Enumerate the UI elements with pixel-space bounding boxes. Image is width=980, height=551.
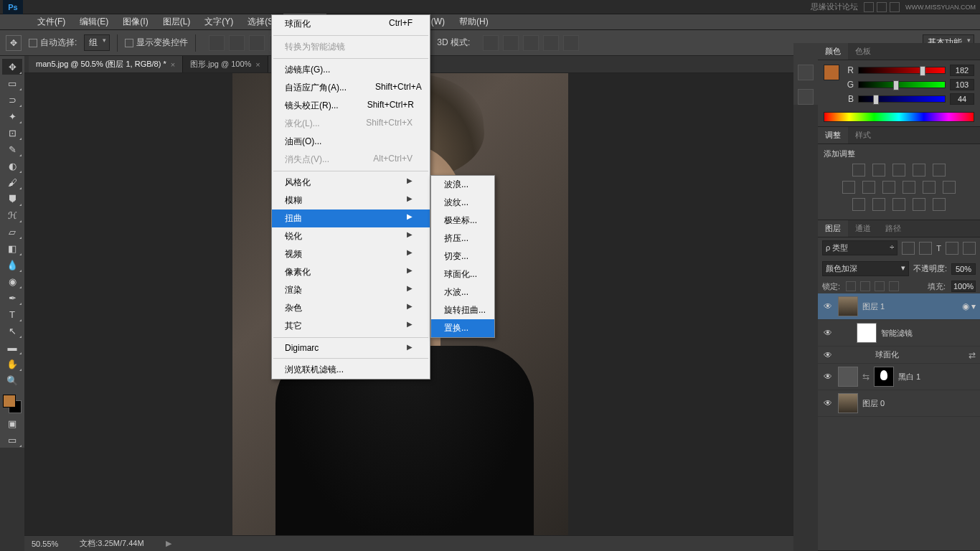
tab-adjustments[interactable]: 调整 [818,127,848,143]
minimize-icon[interactable] [864,2,874,12]
color-swatches[interactable] [1,393,23,415]
close-tab-icon[interactable]: × [255,60,260,69]
layer-row[interactable]: 👁图层 1◉ ▾ [818,293,980,320]
menu-图层[interactable]: 图层(L) [156,14,198,30]
wand-tool-icon[interactable]: ✦ [2,108,22,124]
quickmask-icon[interactable]: ▣ [2,415,22,431]
fill-input[interactable]: 100% [951,281,976,292]
zoom-level[interactable]: 50.55% [32,540,58,548]
channel-value[interactable]: 182 [950,65,974,76]
menu-帮助[interactable]: 帮助(H) [452,14,496,30]
color-spectrum[interactable] [824,112,974,122]
visibility-icon[interactable]: 👁 [822,350,834,360]
history-brush-tool-icon[interactable]: ℋ [2,207,22,223]
auto-select-check[interactable]: 自动选择: [29,37,77,49]
gradient-tool-icon[interactable]: ◧ [2,240,22,256]
move-tool-icon[interactable]: ✥ [2,59,22,75]
selectivecolor-icon[interactable] [933,198,946,211]
shape-tool-icon[interactable]: ▬ [2,339,22,355]
tab-channels[interactable]: 通道 [848,220,878,237]
show-transform-check[interactable]: 显示变换控件 [125,37,188,49]
exposure-icon[interactable] [913,164,925,176]
color-slider[interactable] [858,81,946,88]
menu-item[interactable]: 波纹... [431,194,494,212]
type-tool-icon[interactable]: T [2,306,22,322]
menu-item[interactable]: 切变... [431,248,494,265]
layer-row[interactable]: 👁智能滤镜 [818,320,980,347]
path-select-tool-icon[interactable]: ↖ [2,323,22,339]
channel-value[interactable]: 103 [950,79,974,90]
visibility-icon[interactable]: 👁 [822,301,834,311]
menu-item[interactable]: 模糊▶ [272,192,430,209]
close-icon[interactable] [890,2,900,12]
menu-文字[interactable]: 文字(Y) [197,14,240,30]
tab-color[interactable]: 颜色 [818,43,848,60]
lock-pixel-icon[interactable] [860,281,870,291]
layer-row[interactable]: 👁⇆黑白 1 [818,364,980,390]
lock-pos-icon[interactable] [875,281,885,291]
filter-shape-icon[interactable] [946,242,958,255]
active-tool-icon[interactable]: ✥ [6,35,22,51]
gradientmap-icon[interactable] [913,198,925,211]
mode3d-icon[interactable] [543,35,559,51]
menu-图像[interactable]: 图像(I) [116,14,155,30]
menu-item[interactable]: 置换... [431,319,494,337]
menu-item[interactable]: 极坐标... [431,212,494,230]
menu-item[interactable]: 浏览联机滤镜... [272,361,430,379]
photofilter-icon[interactable] [903,181,915,194]
brush-tool-icon[interactable]: 🖌 [2,174,22,190]
blur-tool-icon[interactable]: 💧 [2,257,22,273]
layer-thumb[interactable] [857,323,877,343]
layer-thumb[interactable] [838,296,858,316]
menu-item[interactable]: 其它▶ [272,317,430,335]
menu-item[interactable]: 球面化Ctrl+F [272,15,430,33]
stamp-tool-icon[interactable]: ⛊ [2,191,22,207]
fg-color-swatch[interactable] [824,65,839,80]
history-panel-icon[interactable] [798,65,814,80]
filter-smart-icon[interactable] [963,242,976,255]
mode3d-icon[interactable] [523,35,539,51]
menu-item[interactable]: 视频▶ [272,245,430,263]
marquee-tool-icon[interactable]: ▭ [2,75,22,91]
menu-item[interactable]: 水波... [431,283,494,301]
document-tab[interactable]: 图形.jpg @ 100%× [183,56,268,72]
invert-icon[interactable] [852,198,865,211]
menu-item[interactable]: 镜头校正(R)...Shift+Ctrl+R [272,97,430,115]
visibility-icon[interactable]: 👁 [822,398,834,408]
tab-styles[interactable]: 样式 [848,127,878,143]
menu-item[interactable]: 油画(O)... [272,133,430,151]
menu-item[interactable]: 渲染▶ [272,281,430,299]
mask-thumb[interactable] [874,367,894,387]
color-slider[interactable] [858,67,946,74]
levels-icon[interactable] [872,164,885,176]
opacity-input[interactable]: 50% [951,263,976,275]
dodge-tool-icon[interactable]: ◉ [2,273,22,289]
menu-item[interactable]: 锐化▶ [272,227,430,245]
align-icon[interactable] [249,35,265,51]
screenmode-icon[interactable]: ▭ [2,432,22,448]
pen-tool-icon[interactable]: ✒ [2,290,22,306]
threshold-icon[interactable] [892,198,905,211]
document-tab[interactable]: man5.jpg @ 50.5% (图层 1, RGB/8) *× [29,56,183,72]
menu-item[interactable]: 杂色▶ [272,299,430,317]
color-slider[interactable] [858,95,946,103]
filter-pixel-icon[interactable] [902,242,915,255]
visibility-icon[interactable]: 👁 [822,372,834,382]
heal-tool-icon[interactable]: ◐ [2,158,22,174]
menu-文件[interactable]: 文件(F) [30,14,72,30]
layer-row[interactable]: 👁球面化⇄ [818,347,980,364]
channelmixer-icon[interactable] [923,181,936,194]
layer-thumb[interactable] [838,367,858,387]
colorlookup-icon[interactable] [943,181,956,194]
lasso-tool-icon[interactable]: ⊃ [2,92,22,108]
hand-tool-icon[interactable]: ✋ [2,356,22,372]
tab-layers[interactable]: 图层 [818,220,848,237]
eyedropper-tool-icon[interactable]: ✎ [2,141,22,157]
vibrance-icon[interactable] [933,164,946,176]
foreground-swatch[interactable] [3,395,16,408]
visibility-icon[interactable]: 👁 [822,328,834,338]
layer-kind-filter[interactable]: ρ 类型÷ [822,240,897,255]
menu-item[interactable]: 风格化▶ [272,174,430,192]
tab-swatches[interactable]: 色板 [848,43,878,60]
hue-icon[interactable] [842,181,855,194]
